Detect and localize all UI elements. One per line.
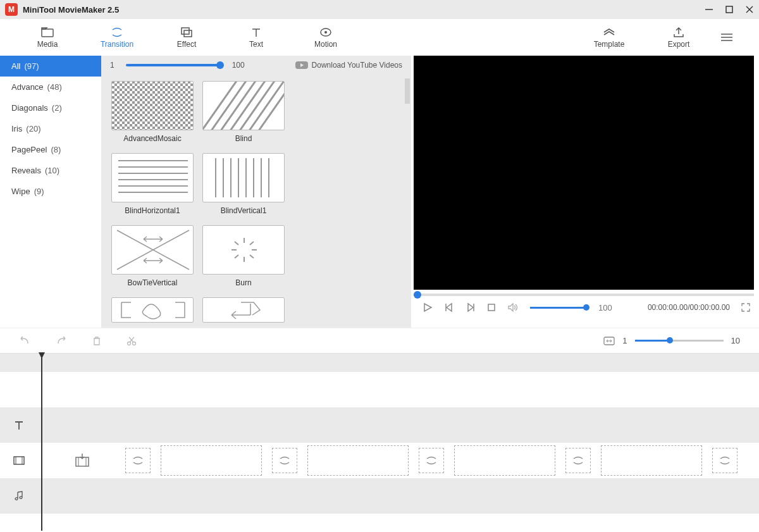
sidebar-item-wipe[interactable]: Wipe(9) — [0, 181, 101, 202]
transition-item[interactable]: Burn — [201, 225, 286, 287]
svg-marker-51 — [468, 304, 473, 311]
tab-media-label: Media — [37, 40, 58, 49]
fit-button[interactable] — [603, 337, 615, 345]
tab-media[interactable]: Media — [25, 27, 70, 49]
sidebar-item-diagonals[interactable]: Diagonals(2) — [0, 97, 101, 118]
transition-slot[interactable] — [712, 448, 737, 473]
sidebar-item-pagepeel[interactable]: PagePeel(8) — [0, 139, 101, 160]
transition-name: BlindHorizontal1 — [125, 206, 180, 215]
prev-frame-button[interactable] — [444, 302, 454, 312]
sidebar-item-count: (2) — [52, 103, 62, 113]
tab-motion[interactable]: Motion — [304, 27, 348, 49]
template-icon — [602, 27, 616, 38]
transition-item[interactable] — [201, 297, 286, 323]
sidebar-item-advance[interactable]: Advance(48) — [0, 77, 101, 97]
svg-rect-5 — [182, 28, 189, 34]
sidebar-item-label: Diagonals — [11, 103, 48, 113]
sidebar-item-label: Reveals — [11, 166, 41, 175]
thumb-size-min: 1 — [110, 61, 114, 70]
tab-text[interactable]: Text — [234, 27, 278, 49]
redo-button[interactable] — [56, 336, 67, 346]
text-icon — [249, 27, 263, 38]
transition-slot[interactable] — [419, 448, 444, 473]
clip-slot[interactable] — [161, 445, 262, 476]
fullscreen-button[interactable] — [741, 303, 750, 312]
template-button[interactable]: Template — [587, 27, 631, 49]
menu-button[interactable] — [720, 32, 734, 42]
thumb-size-slider[interactable] — [126, 64, 221, 66]
zoom-slider[interactable] — [635, 340, 724, 342]
text-track[interactable] — [0, 407, 759, 443]
sidebar-item-count: (48) — [47, 82, 62, 92]
motion-icon — [319, 27, 333, 38]
transition-item[interactable]: BlindVertical1 — [201, 153, 286, 215]
volume-slider[interactable] — [530, 307, 587, 309]
timecode: 00:00:00.00/00:00:00.00 — [648, 303, 730, 312]
undo-button[interactable] — [19, 336, 30, 346]
stop-button[interactable] — [487, 303, 496, 312]
sidebar-item-label: PagePeel — [11, 145, 47, 154]
preview-seek-slider[interactable] — [414, 294, 754, 296]
zoom-min: 1 — [622, 336, 627, 345]
sidebar-item-iris[interactable]: Iris(20) — [0, 118, 101, 139]
category-sidebar: All(97) Advance(48) Diagonals(2) Iris(20… — [0, 56, 101, 328]
transition-slot[interactable] — [565, 448, 591, 473]
close-button[interactable] — [745, 5, 754, 14]
minimize-button[interactable] — [705, 5, 713, 14]
svg-rect-6 — [184, 30, 192, 37]
transition-slot[interactable] — [125, 448, 151, 473]
sidebar-item-label: Wipe — [11, 187, 30, 196]
clip-slot[interactable] — [601, 445, 702, 476]
svg-rect-4 — [42, 29, 53, 37]
preview-screen — [414, 56, 754, 290]
effect-icon — [180, 27, 194, 38]
transition-thumb[interactable] — [111, 153, 194, 202]
text-track-icon — [0, 419, 38, 431]
transition-slot[interactable] — [272, 448, 297, 473]
svg-marker-48 — [424, 304, 431, 311]
transition-thumb[interactable] — [202, 153, 285, 202]
volume-icon[interactable] — [507, 302, 519, 312]
video-track-icon — [0, 455, 38, 466]
transition-thumb[interactable] — [111, 81, 194, 130]
next-frame-button[interactable] — [466, 302, 476, 312]
transition-thumb[interactable] — [202, 225, 285, 275]
play-button[interactable] — [423, 302, 433, 312]
sidebar-item-all[interactable]: All(97) — [0, 56, 101, 77]
transition-item[interactable]: BlindHorizontal1 — [110, 153, 195, 215]
clip-slot[interactable] — [454, 445, 555, 476]
sidebar-item-label: Iris — [11, 124, 22, 133]
sidebar-item-reveals[interactable]: Reveals(10) — [0, 160, 101, 181]
svg-line-19 — [216, 81, 260, 130]
transition-thumb[interactable] — [111, 225, 194, 275]
transition-thumb[interactable] — [111, 297, 194, 323]
transition-item[interactable]: BowTieVertical — [110, 225, 195, 287]
transition-item[interactable] — [110, 297, 195, 323]
tab-effect[interactable]: Effect — [164, 27, 209, 49]
time-ruler[interactable] — [0, 353, 759, 372]
cut-button[interactable] — [126, 336, 137, 346]
transition-thumb[interactable] — [202, 81, 285, 130]
tab-text-label: Text — [249, 40, 263, 49]
maximize-button[interactable] — [725, 5, 734, 14]
main-toolbar: Media Transition Effect Text Motion Temp… — [0, 19, 759, 56]
tab-effect-label: Effect — [177, 40, 196, 49]
template-label: Template — [594, 40, 625, 49]
download-youtube-link[interactable]: Download YouTube Videos — [295, 61, 402, 70]
transition-thumb[interactable] — [202, 297, 285, 323]
export-button[interactable]: Export — [657, 27, 701, 49]
export-label: Export — [668, 40, 690, 49]
transition-item[interactable]: Blind — [201, 81, 286, 143]
video-track[interactable] — [0, 443, 759, 478]
clip-slot[interactable] — [307, 445, 409, 476]
delete-button[interactable] — [92, 336, 101, 346]
track-spacer — [0, 514, 759, 532]
svg-point-54 — [128, 342, 131, 345]
sidebar-item-count: (20) — [26, 124, 40, 133]
transition-item[interactable]: AdvancedMosaic — [110, 81, 195, 143]
export-icon — [672, 27, 686, 38]
audio-track[interactable] — [0, 478, 759, 514]
folder-icon — [40, 27, 54, 38]
tab-transition[interactable]: Transition — [95, 27, 139, 49]
import-media-icon[interactable] — [75, 454, 90, 467]
